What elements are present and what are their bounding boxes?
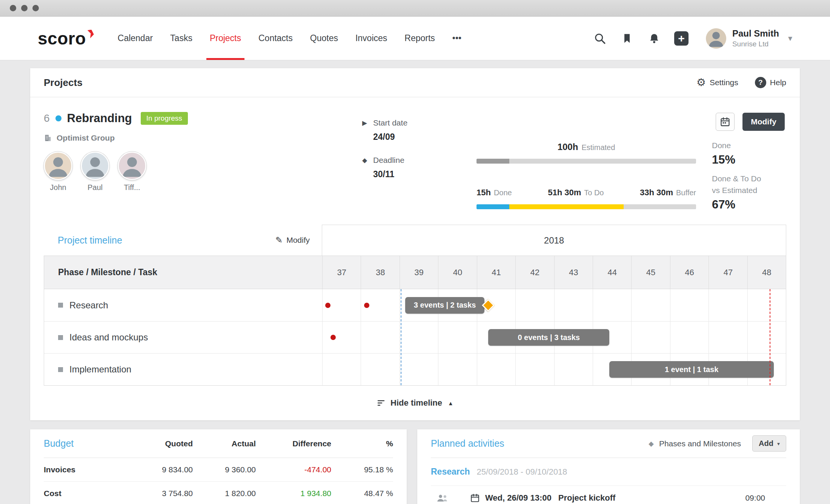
add-button[interactable]: Add ▾ [752,435,786,452]
phase-label[interactable]: Ideas and mockups [44,322,322,353]
phase-name: Research [69,300,108,311]
segment-value: 51h 30m [548,188,581,197]
project-members: JohnPaulTiff... [44,152,188,192]
timeline-cell [670,289,709,321]
hide-timeline-icon [377,398,386,407]
timeline-cell [631,289,670,321]
timeline-cell [670,322,709,353]
building-icon [44,134,52,142]
gantt-bar[interactable]: 3 events | 2 tasks [405,297,484,314]
add-button-label: Add [759,439,773,448]
project-number: 6 [44,112,50,124]
logo[interactable]: scoro [38,30,94,47]
bookmark-icon[interactable] [620,31,634,46]
avatar [81,152,109,180]
window-titlebar [0,0,830,17]
activity-items: Wed, 26/09 13:00Project kickoff09:00 [431,486,786,504]
event-dot-icon[interactable] [325,303,330,308]
notifications-bell-icon[interactable] [647,31,661,46]
nav-item-reports[interactable]: Reports [396,17,444,60]
segment-name: To Do [584,188,604,197]
timeline-cell [709,322,747,353]
phase-name: Ideas and mockups [69,332,148,343]
phase-column-header: Phase / Milestone / Task [44,256,322,289]
event-dot-icon[interactable] [364,303,369,308]
timeline-modify-button[interactable]: ✎ Modify [275,235,310,245]
timeline-row: Implementation1 event | 1 task [44,353,786,385]
nav-item-calendar[interactable]: Calendar [109,17,161,60]
event-dot-icon[interactable] [330,335,336,340]
window-control-dot[interactable] [32,5,39,11]
calendar-button[interactable] [716,113,735,131]
phase-label[interactable]: Implementation [44,354,322,385]
header-icons: + [593,31,689,46]
week-number: 48 [747,256,786,289]
activity-row[interactable]: Wed, 26/09 13:00Project kickoff09:00 [431,486,786,504]
timeline-body: Research3 events | 2 tasksIdeas and mock… [44,289,786,385]
week-number: 40 [438,256,476,289]
budget-column-header: % [331,439,393,448]
member-name: Tiff... [118,183,146,192]
timeline-cell [554,289,593,321]
timeline-cell [515,354,554,385]
hide-timeline-button[interactable]: Hide timeline ▲ [44,386,786,420]
activities-filter-label: Phases and Milestones [659,439,741,448]
time-segment-label: 33h 30mBuffer [640,188,696,198]
done-stat-value: 15% [712,153,735,167]
week-number: 43 [554,256,593,289]
gantt-bar-label: 3 events | 2 tasks [414,301,476,309]
time-segment-label: 15hDone [476,188,512,198]
nav-item-tasks[interactable]: Tasks [161,17,201,60]
segment-name: Buffer [676,188,696,197]
budget-header-row: Budget QuotedActualDifference% [44,429,393,458]
status-badge: In progress [141,112,188,125]
user-menu[interactable]: Paul Smith Sunrise Ltd ▾ [706,28,792,49]
add-new-icon[interactable]: + [674,31,689,46]
project-member[interactable]: Tiff... [118,152,146,192]
week-number: 47 [709,256,747,289]
timeline-cell [322,322,361,353]
settings-button[interactable]: ⚙ Settings [696,77,738,88]
chevron-down-icon: ▾ [788,34,792,43]
week-number: 44 [593,256,631,289]
time-segment-bar [476,204,696,209]
segment-value: 33h 30m [640,188,673,197]
phase-name: Implementation [69,364,131,375]
activities-filter[interactable]: ◆ Phases and Milestones Add ▾ [649,435,786,452]
activity-group-name[interactable]: Research [431,467,470,477]
deadline-value: 30/11 [373,169,407,179]
nav-item-projects[interactable]: Projects [201,17,250,60]
member-name: Paul [81,183,109,192]
client-name: Optimist Group [57,133,115,142]
project-member[interactable]: Paul [81,152,109,192]
project-member[interactable]: John [44,152,72,192]
estimated-text: Estimated [581,143,615,152]
nav-item-quotes[interactable]: Quotes [301,17,347,60]
search-icon[interactable] [593,31,607,46]
help-button[interactable]: ? Help [755,77,786,88]
budget-row: Invoices9 834.009 360.00-474.0095.18 % [44,458,393,482]
budget-row: Cost3 754.801 820.001 934.8048.47 % [44,482,393,504]
window-control-dot[interactable] [21,5,28,11]
client-row[interactable]: Optimist Group [44,133,188,142]
gantt-bar[interactable]: 0 events | 3 tasks [488,329,609,346]
activity-title[interactable]: Project kickoff [558,493,616,503]
gantt-bar[interactable]: 1 event | 1 task [609,361,774,378]
app-header: scoro CalendarTasksProjectsContactsQuote… [0,17,830,60]
modify-button[interactable]: Modify [742,113,785,131]
activity-group-row: Research 25/09/2018 - 09/10/2018 [431,458,786,486]
timeline-cells: 3 events | 2 tasks [322,289,786,321]
user-name: Paul Smith [732,28,779,39]
phases-diamond-icon: ◆ [649,440,654,448]
nav-item-invoices[interactable]: Invoices [347,17,396,60]
timeline-rows: Research3 events | 2 tasksIdeas and mock… [44,289,786,385]
window-control-dot[interactable] [10,5,16,11]
project-identity: 6 Rebranding In progress Optimist Group … [44,112,188,192]
nav-item-contacts[interactable]: Contacts [250,17,301,60]
phase-bullet-icon [58,335,63,340]
phase-label[interactable]: Research [44,289,322,321]
timeline-year-header: 2018 [322,225,786,256]
activities-title: Planned activities [431,438,504,449]
nav-item-more[interactable]: ••• [444,17,470,60]
done-todo-line1: Done & To Do [712,173,761,184]
